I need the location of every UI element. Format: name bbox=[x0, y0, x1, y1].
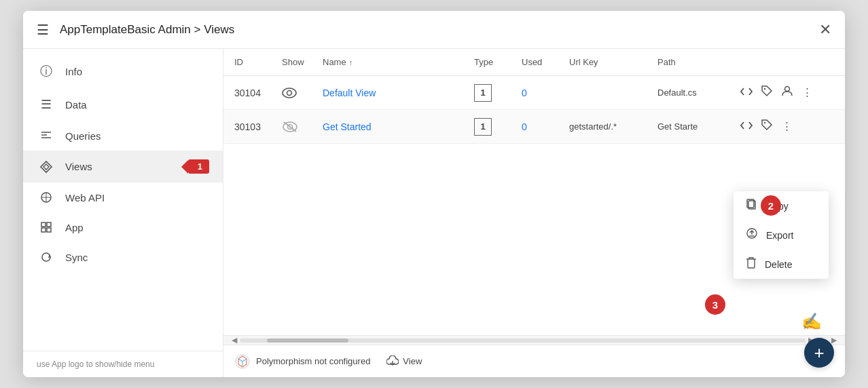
context-menu-copy[interactable]: Copy bbox=[734, 191, 829, 220]
hamburger-icon[interactable]: ☰ bbox=[37, 22, 49, 38]
cloud-icon bbox=[386, 355, 399, 368]
col-header-name[interactable]: Name ↑ bbox=[323, 57, 474, 67]
sidebar: ⓘ Info ☰ Data Queries bbox=[23, 49, 223, 377]
sidebar-item-info[interactable]: ⓘ Info bbox=[23, 54, 223, 88]
col-header-id: ID bbox=[234, 57, 282, 67]
content-area: ID Show Name ↑ Type Used Url Key bbox=[223, 49, 845, 377]
sidebar-item-sync[interactable]: Sync bbox=[23, 242, 223, 272]
cell-type-2: 1 bbox=[474, 118, 522, 136]
col-header-path: Path bbox=[657, 57, 739, 67]
step3-badge: 3 bbox=[705, 294, 725, 315]
table-header: ID Show Name ↑ Type Used Url Key bbox=[223, 49, 845, 76]
export-label: Export bbox=[766, 230, 793, 241]
info-icon: ⓘ bbox=[37, 63, 56, 79]
svg-point-13 bbox=[287, 90, 292, 95]
cell-urlkey-2: getstarted/.* bbox=[569, 121, 657, 132]
view-label: View bbox=[403, 356, 422, 366]
app-window: ☰ AppTemplateBasic Admin > Views ✕ ⓘ Inf… bbox=[23, 11, 845, 377]
cell-id-2: 30103 bbox=[234, 121, 282, 132]
close-button[interactable]: ✕ bbox=[819, 22, 831, 37]
svg-rect-11 bbox=[47, 228, 51, 232]
cell-actions-1: ⋮ bbox=[739, 83, 834, 102]
type-box: 1 bbox=[474, 84, 492, 102]
svg-rect-8 bbox=[41, 222, 46, 227]
more-icon-1[interactable]: ⋮ bbox=[800, 84, 814, 101]
cell-show-1[interactable] bbox=[282, 88, 323, 98]
more-icon-2[interactable]: ⋮ bbox=[780, 118, 794, 135]
delete-icon bbox=[746, 256, 757, 272]
sidebar-item-label: Views bbox=[65, 161, 181, 172]
table-row: 30104 Default View 1 0 Default.cs bbox=[223, 76, 845, 110]
step1-badge: 1 bbox=[188, 159, 209, 174]
app-icon bbox=[37, 221, 56, 233]
tag-icon-1[interactable] bbox=[759, 83, 774, 102]
context-menu-delete[interactable]: Delete bbox=[734, 250, 829, 279]
col-header-urlkey: Url Key bbox=[569, 57, 657, 67]
svg-point-12 bbox=[283, 88, 296, 98]
cell-used-1: 0 bbox=[522, 88, 569, 98]
sidebar-item-label: Sync bbox=[65, 252, 209, 263]
svg-point-19 bbox=[764, 122, 765, 123]
cell-show-2[interactable] bbox=[282, 121, 323, 133]
window-title: AppTemplateBasic Admin > Views bbox=[60, 23, 819, 37]
svg-point-15 bbox=[785, 87, 790, 92]
svg-marker-4 bbox=[43, 164, 49, 170]
sidebar-item-webapi[interactable]: Web API bbox=[23, 182, 223, 212]
sidebar-footer: use App logo to show/hide menu bbox=[23, 351, 223, 377]
step2-badge: 2 bbox=[761, 195, 781, 216]
svg-rect-9 bbox=[47, 222, 51, 227]
sidebar-item-queries[interactable]: Queries bbox=[23, 121, 223, 151]
sidebar-item-data[interactable]: ☰ Data bbox=[23, 88, 223, 121]
main-layout: ⓘ Info ☰ Data Queries bbox=[23, 49, 845, 377]
queries-icon bbox=[37, 130, 56, 142]
data-icon: ☰ bbox=[37, 97, 56, 112]
sidebar-item-label: Data bbox=[65, 99, 209, 111]
export-icon bbox=[746, 227, 758, 243]
table-row: 30103 Get Started 1 0 getstart bbox=[223, 110, 845, 144]
scrollbar-thumb[interactable] bbox=[267, 338, 348, 343]
copy-icon bbox=[746, 198, 758, 214]
views-icon bbox=[37, 160, 56, 174]
sort-arrow-icon: ↑ bbox=[349, 58, 353, 66]
svg-rect-10 bbox=[41, 228, 46, 232]
webapi-icon bbox=[37, 191, 56, 203]
sidebar-item-label: Queries bbox=[65, 130, 209, 142]
scroll-left-icon[interactable]: ◀ bbox=[229, 336, 240, 345]
context-menu-export[interactable]: Export bbox=[734, 220, 829, 250]
cell-name-2[interactable]: Get Started bbox=[323, 121, 474, 132]
cell-type-1: 1 bbox=[474, 84, 522, 102]
context-menu: Copy Export Delete bbox=[734, 191, 829, 279]
content-footer: Polymorphism not configured View bbox=[223, 345, 845, 377]
col-header-show: Show bbox=[282, 57, 323, 67]
scrollbar-track[interactable] bbox=[240, 338, 806, 343]
sidebar-item-label: Info bbox=[65, 66, 209, 77]
user-icon-1[interactable] bbox=[780, 83, 795, 102]
fab-add-button[interactable]: + bbox=[804, 338, 834, 368]
code-icon-1[interactable] bbox=[739, 85, 754, 101]
cell-path-1: Default.cs bbox=[657, 88, 739, 98]
col-header-used: Used bbox=[522, 57, 569, 67]
title-bar: ☰ AppTemplateBasic Admin > Views ✕ bbox=[23, 11, 845, 49]
cell-id-1: 30104 bbox=[234, 88, 282, 98]
sidebar-item-label: App bbox=[65, 222, 209, 233]
view-button[interactable]: View bbox=[386, 355, 422, 368]
cell-actions-2: ⋮ bbox=[739, 117, 834, 136]
sidebar-item-views[interactable]: Views 1 bbox=[23, 151, 223, 182]
sidebar-item-label: Web API bbox=[65, 192, 209, 203]
horizontal-scrollbar[interactable]: ◀ ▶ ▶ ▶ bbox=[223, 335, 845, 345]
polymorphism-icon bbox=[234, 353, 251, 370]
title-separator: > bbox=[194, 23, 204, 36]
tag-icon-2[interactable] bbox=[759, 117, 774, 136]
type-box: 1 bbox=[474, 118, 492, 136]
app-name: AppTemplateBasic Admin bbox=[60, 23, 191, 36]
cell-name-1[interactable]: Default View bbox=[323, 88, 474, 98]
cell-path-2: Get Starte bbox=[657, 121, 739, 132]
sidebar-nav: ⓘ Info ☰ Data Queries bbox=[23, 49, 223, 351]
sidebar-item-app[interactable]: App bbox=[23, 212, 223, 242]
sync-icon bbox=[37, 251, 56, 263]
section-name: Views bbox=[204, 23, 234, 36]
code-icon-2[interactable] bbox=[739, 119, 754, 135]
svg-point-14 bbox=[764, 88, 765, 90]
svg-marker-3 bbox=[41, 161, 52, 172]
polymorphism-text: Polymorphism not configured bbox=[256, 356, 370, 366]
